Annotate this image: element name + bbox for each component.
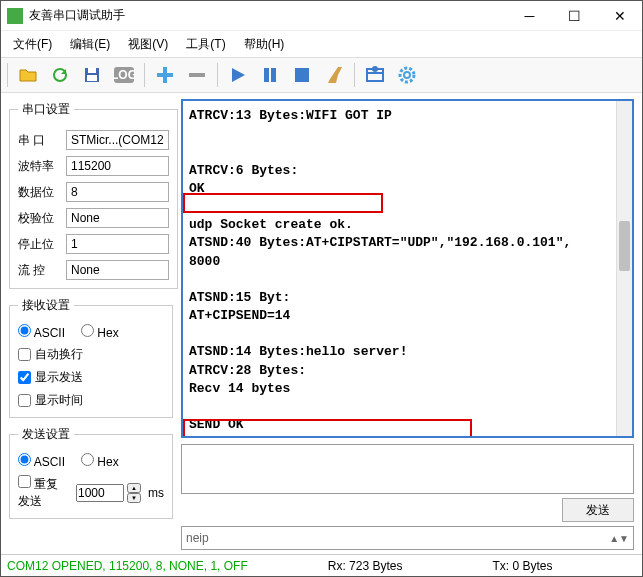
toolbar: LOG [1,57,642,93]
svg-point-13 [400,68,414,82]
separator [354,63,355,87]
receive-text-content: ATRCV:13 Bytes:WIFI GOT IP ATRCV:6 Bytes… [183,101,632,438]
log-icon[interactable]: LOG [110,61,138,89]
menubar: 文件(F) 编辑(E) 视图(V) 工具(T) 帮助(H) [1,31,642,57]
plus-icon[interactable] [151,61,179,89]
parity-label: 校验位 [18,210,60,227]
menu-view[interactable]: 视图(V) [120,34,176,55]
separator [217,63,218,87]
statusbar: COM12 OPENED, 115200, 8, NONE, 1, OFF Rx… [1,554,642,576]
spin-up[interactable]: ▲ [127,483,141,493]
scrollbar-thumb[interactable] [619,221,630,271]
recv-hex-radio[interactable]: Hex [81,324,119,340]
stop-icon[interactable] [288,61,316,89]
receive-textarea[interactable]: ATRCV:13 Bytes:WIFI GOT IP ATRCV:6 Bytes… [181,99,634,438]
port-label: 串 口 [18,132,60,149]
send-legend: 发送设置 [18,426,74,443]
send-ascii-radio[interactable]: ASCII [18,453,65,469]
chevrons-icon: ▲▼ [609,533,629,544]
minus-icon[interactable] [183,61,211,89]
svg-point-12 [372,66,378,72]
left-panel: 串口设置 串 口 STMicr...(COM12 波特率 115200 数据位 … [1,93,181,554]
stopbits-select[interactable]: 1 [66,234,169,254]
databits-label: 数据位 [18,184,60,201]
menu-tools[interactable]: 工具(T) [178,34,233,55]
svg-rect-3 [87,75,97,81]
svg-rect-2 [88,68,96,73]
send-hex-radio[interactable]: Hex [81,453,119,469]
stopbits-label: 停止位 [18,236,60,253]
small-output-box[interactable]: neip ▲▼ [181,526,634,550]
save-icon[interactable] [78,61,106,89]
flow-label: 流 控 [18,262,60,279]
svg-rect-8 [271,68,276,82]
showsend-check[interactable]: 显示发送 [18,369,164,386]
svg-rect-9 [295,68,309,82]
serial-legend: 串口设置 [18,101,74,118]
send-button[interactable]: 发送 [562,498,634,522]
autowrap-check[interactable]: 自动换行 [18,346,164,363]
parity-select[interactable]: None [66,208,169,228]
status-rx: Rx: 723 Bytes [328,559,403,573]
recv-settings-group: 接收设置 ASCII Hex 自动换行 显示发送 显示时间 [9,297,173,418]
send-textarea[interactable] [182,445,633,493]
titlebar: 友善串口调试助手 ─ ☐ ✕ [1,1,642,31]
gear-icon[interactable] [393,61,421,89]
serial-settings-group: 串口设置 串 口 STMicr...(COM12 波特率 115200 数据位 … [9,101,178,289]
maximize-button[interactable]: ☐ [552,1,597,31]
repeat-interval-input[interactable] [76,484,124,502]
ms-label: ms [148,486,164,500]
flow-select[interactable]: None [66,260,169,280]
right-panel: ATRCV:13 Bytes:WIFI GOT IP ATRCV:6 Bytes… [181,93,642,554]
status-connection: COM12 OPENED, 115200, 8, NONE, 1, OFF [7,559,248,573]
menu-file[interactable]: 文件(F) [5,34,60,55]
baud-select[interactable]: 115200 [66,156,169,176]
scrollbar[interactable] [616,101,632,436]
refresh-icon[interactable] [46,61,74,89]
spin-down[interactable]: ▼ [127,493,141,503]
recv-legend: 接收设置 [18,297,74,314]
menu-help[interactable]: 帮助(H) [236,34,293,55]
app-icon [7,8,23,24]
status-tx: Tx: 0 Bytes [492,559,552,573]
separator [144,63,145,87]
svg-text:LOG: LOG [113,68,135,82]
databits-select[interactable]: 8 [66,182,169,202]
repeat-check[interactable]: 重复发送 [18,475,68,510]
send-settings-group: 发送设置 ASCII Hex 重复发送 ▲▼ ms [9,426,173,519]
content: 串口设置 串 口 STMicr...(COM12 波特率 115200 数据位 … [1,93,642,554]
menu-edit[interactable]: 编辑(E) [62,34,118,55]
port-select[interactable]: STMicr...(COM12 [66,130,169,150]
separator [7,63,8,87]
pause-icon[interactable] [256,61,284,89]
close-button[interactable]: ✕ [597,1,642,31]
showtime-check[interactable]: 显示时间 [18,392,164,409]
svg-rect-6 [189,73,205,77]
baud-label: 波特率 [18,158,60,175]
minimize-button[interactable]: ─ [507,1,552,31]
svg-point-14 [404,72,410,78]
send-textarea-container [181,444,634,494]
play-icon[interactable] [224,61,252,89]
clear-icon[interactable] [320,61,348,89]
recv-ascii-radio[interactable]: ASCII [18,324,65,340]
folder-open-icon[interactable] [14,61,42,89]
svg-rect-7 [264,68,269,82]
window-icon[interactable] [361,61,389,89]
window-title: 友善串口调试助手 [29,7,507,24]
